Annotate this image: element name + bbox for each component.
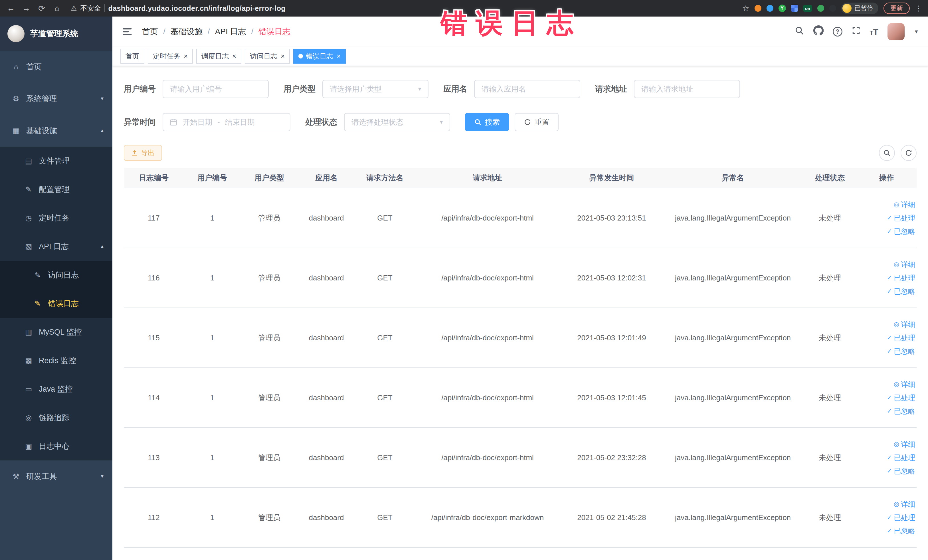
refresh-button[interactable] <box>901 145 917 161</box>
reset-button[interactable]: 重置 <box>514 113 559 131</box>
tab-access-log[interactable]: 访问日志 × <box>245 49 290 64</box>
avatar-caret-icon[interactable]: ▼ <box>914 29 919 35</box>
mark-ignored-link[interactable]: ✓已忽略 <box>887 406 915 416</box>
sidebar-item-dev-tools[interactable]: ⚒ 研发工具 ▼ <box>0 461 112 492</box>
browser-menu-icon[interactable]: ⋮ <box>915 4 922 13</box>
back-icon[interactable]: ← <box>6 4 16 13</box>
sidebar-item-redis-monitor[interactable]: ▩ Redis 监控 <box>0 346 112 375</box>
help-icon[interactable]: ? <box>833 27 843 37</box>
browser-update-button[interactable]: 更新 <box>884 3 910 14</box>
sidebar-item-api-logs[interactable]: ▧ API 日志 ▲ <box>0 232 112 261</box>
top-navbar: 首页 / 基础设施 / API 日志 / 错误日志 ? <box>112 17 928 47</box>
detail-link[interactable]: ◎详细 <box>894 380 915 389</box>
sidebar-item-infrastructure[interactable]: ▦ 基础设施 ▲ <box>0 115 112 146</box>
mark-processed-link[interactable]: ✓已处理 <box>887 453 915 462</box>
app-name-label: 应用名 <box>443 84 467 95</box>
extension-icon-orange[interactable] <box>754 5 762 12</box>
fullscreen-icon[interactable] <box>852 26 861 37</box>
mark-ignored-link[interactable]: ✓已忽略 <box>887 526 915 536</box>
tools-icon: ⚒ <box>11 472 21 481</box>
extension-icon-on[interactable]: on <box>803 5 812 12</box>
sidebar-item-java-monitor[interactable]: ▭ Java 监控 <box>0 375 112 403</box>
start-date-placeholder: 开始日期 <box>183 117 212 127</box>
browser-chrome: ← → ⟳ ⌂ ⚠ 不安全 dashboard.yudao.iocoder.cn… <box>0 0 928 17</box>
mark-ignored-link[interactable]: ✓已忽略 <box>887 346 915 356</box>
breadcrumb-api-logs[interactable]: API 日志 <box>215 26 246 37</box>
navbar-actions: ? TT ▼ <box>795 23 919 40</box>
export-button[interactable]: 导出 <box>124 145 162 161</box>
page-content: 用户编号 用户类型 请选择用户类型 ▼ 应用名 <box>112 66 928 560</box>
request-url-label: 请求地址 <box>595 84 627 95</box>
table-toolbar: 导出 <box>124 145 917 161</box>
breadcrumb-home[interactable]: 首页 <box>142 26 158 37</box>
sidebar-item-config-mgmt[interactable]: ✎ 配置管理 <box>0 175 112 204</box>
sidebar-item-home[interactable]: ⌂ 首页 <box>0 51 112 83</box>
mark-ignored-link[interactable]: ✓已忽略 <box>887 467 915 476</box>
check-icon: ✓ <box>887 514 892 521</box>
sidebar-item-file-mgmt[interactable]: ▤ 文件管理 <box>0 146 112 175</box>
chevron-down-icon: ▼ <box>100 96 104 101</box>
user-id-input[interactable] <box>163 80 269 98</box>
search-icon[interactable] <box>795 26 804 38</box>
forward-icon[interactable]: → <box>21 4 31 13</box>
app-name-input[interactable] <box>474 80 580 98</box>
edit-square-icon: ✎ <box>33 271 42 279</box>
mark-processed-link[interactable]: ✓已处理 <box>887 273 915 283</box>
mark-processed-link[interactable]: ✓已处理 <box>887 333 915 343</box>
extension-icon-grid[interactable] <box>791 5 798 12</box>
address-bar[interactable]: ⚠ 不安全 dashboard.yudao.iocoder.cn/infra/l… <box>71 4 285 13</box>
check-icon: ✓ <box>887 348 892 355</box>
app-logo[interactable]: 芋道管理系统 <box>0 17 112 51</box>
close-icon[interactable]: × <box>232 52 236 60</box>
home-button-icon[interactable]: ⌂ <box>52 4 62 13</box>
mark-processed-link[interactable]: ✓已处理 <box>887 513 915 522</box>
sidebar-item-trace[interactable]: ◎ 链路追踪 <box>0 403 112 432</box>
toggle-search-button[interactable] <box>879 145 895 161</box>
close-icon[interactable]: × <box>337 52 340 60</box>
detail-link[interactable]: ◎详细 <box>894 260 915 269</box>
github-icon[interactable] <box>814 25 824 38</box>
sidebar-item-mysql-monitor[interactable]: ▥ MySQL 监控 <box>0 318 112 346</box>
home-icon: ⌂ <box>11 63 21 71</box>
hamburger-icon[interactable] <box>122 26 133 37</box>
user-avatar[interactable] <box>887 23 905 40</box>
exception-time-range-picker[interactable]: 开始日期 - 结束日期 <box>163 113 290 131</box>
calendar-icon <box>169 118 177 126</box>
user-type-select[interactable]: 请选择用户类型 ▼ <box>322 80 429 98</box>
extension-icon-y[interactable]: Y <box>778 5 786 12</box>
detail-link[interactable]: ◎详细 <box>894 200 915 209</box>
breadcrumb-infrastructure[interactable]: 基础设施 <box>171 26 203 37</box>
reload-icon[interactable]: ⟳ <box>37 4 47 13</box>
tab-home[interactable]: 首页 <box>121 49 144 64</box>
tab-schedule-log[interactable]: 调度日志 × <box>196 49 241 64</box>
mark-ignored-link[interactable]: ✓已忽略 <box>887 287 915 296</box>
sidebar-item-system-mgmt[interactable]: ⚙ 系统管理 ▼ <box>0 83 112 115</box>
detail-link[interactable]: ◎详细 <box>894 439 915 449</box>
close-icon[interactable]: × <box>184 52 188 60</box>
sidebar-item-error-log[interactable]: ✎ 错误日志 <box>0 289 112 318</box>
chrome-toolbar-right: ☆ Y on 已暂停 更新 ⋮ <box>742 3 922 14</box>
profile-paused-badge[interactable]: 已暂停 <box>841 3 878 14</box>
tab-scheduled-tasks[interactable]: 定时任务 × <box>148 49 193 64</box>
bookmark-star-icon[interactable]: ☆ <box>742 4 749 13</box>
sidebar-item-scheduled-tasks[interactable]: ◷ 定时任务 <box>0 204 112 232</box>
eye-icon: ◎ <box>894 381 899 388</box>
detail-link[interactable]: ◎详细 <box>894 499 915 509</box>
mark-processed-link[interactable]: ✓已处理 <box>887 214 915 223</box>
sidebar-item-access-log[interactable]: ✎ 访问日志 <box>0 261 112 289</box>
mark-processed-link[interactable]: ✓已处理 <box>887 393 915 403</box>
font-size-icon[interactable]: TT <box>870 26 879 37</box>
extension-icon-blue[interactable] <box>766 5 773 12</box>
chevron-down-icon: ▼ <box>439 119 444 125</box>
extension-icon-paw[interactable] <box>829 5 836 12</box>
tab-error-log[interactable]: 错误日志 × <box>293 49 346 64</box>
close-icon[interactable]: × <box>281 52 285 60</box>
extension-icon-green[interactable] <box>817 5 824 12</box>
exception-time-label: 异常时间 <box>124 117 156 128</box>
mark-ignored-link[interactable]: ✓已忽略 <box>887 227 915 236</box>
detail-link[interactable]: ◎详细 <box>894 320 915 329</box>
request-url-input[interactable] <box>634 80 740 98</box>
sidebar-item-log-center[interactable]: ▣ 日志中心 <box>0 432 112 461</box>
search-button[interactable]: 搜索 <box>465 113 509 131</box>
process-status-select[interactable]: 请选择处理状态 ▼ <box>344 113 450 131</box>
